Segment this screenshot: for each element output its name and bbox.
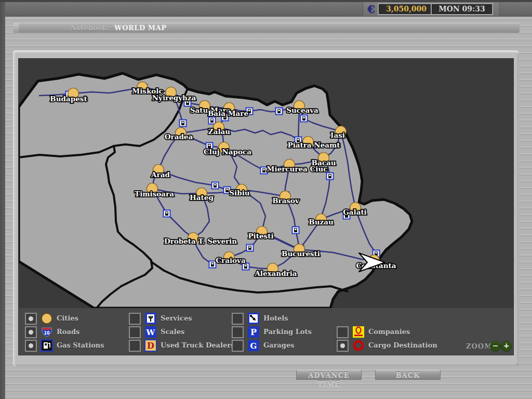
- city-label-buzau[interactable]: Buzau: [309, 218, 334, 226]
- legend-label-garages: Garages: [263, 341, 294, 349]
- gas-pump-icon: [41, 339, 53, 352]
- legend-label-roads: Roads: [57, 328, 79, 336]
- checkbox-dot: [29, 343, 33, 348]
- legend-label-companies: Companies: [368, 328, 410, 336]
- dealer-d-icon: D: [144, 339, 157, 352]
- legend-label-cargo-destination: Cargo Destination: [368, 341, 437, 349]
- legend-checkbox-garages[interactable]: [232, 340, 244, 352]
- city-label-nyiregyhza[interactable]: Nyiregyhza: [152, 94, 196, 102]
- map-gas-station-icon[interactable]: [292, 227, 299, 234]
- back-button[interactable]: BACK: [375, 370, 441, 380]
- map-gas-station-icon[interactable]: [327, 173, 334, 180]
- legend-checkbox-cargo-destination[interactable]: [337, 340, 349, 352]
- city-label-zalau[interactable]: Zalau: [208, 127, 230, 136]
- checkbox-dot: [29, 330, 33, 335]
- road-shield-icon: 10: [41, 326, 53, 338]
- svg-text:W: W: [146, 328, 156, 337]
- legend-label-used-truck-dealers: Used Truck Dealers: [161, 341, 234, 349]
- hud-money-time-tab: € 3,050,000 MON 09:33: [363, 2, 500, 16]
- city-label-arad[interactable]: Arad: [151, 170, 170, 179]
- checkbox-dot: [29, 316, 33, 321]
- city-label-brasov[interactable]: Brasov: [272, 196, 300, 205]
- city-label-pitesti[interactable]: Pitesti: [248, 232, 273, 240]
- city-label-iasi[interactable]: Iasi: [330, 131, 345, 139]
- legend-checkbox-used-truck-dealers[interactable]: [129, 340, 141, 352]
- zoom-in-button[interactable]: +: [501, 341, 512, 352]
- svg-text:P: P: [250, 327, 257, 337]
- city-label-miercurea-ciuc[interactable]: Miercurea Ciuc: [267, 165, 328, 173]
- city-label-hateg[interactable]: Hateg: [190, 193, 214, 202]
- parking-p-icon: P: [247, 326, 260, 338]
- top-status-bar: € 3,050,000 MON 09:33: [5, 2, 532, 17]
- window-left-edge: [0, 0, 5, 399]
- map-and-legend-panel: BudapestMiskolcNyiregyhzaSatu MareBaia M…: [18, 58, 514, 355]
- svg-text:D: D: [147, 341, 154, 351]
- cargo-ring-icon: [352, 339, 365, 352]
- city-label-budapest[interactable]: Budapest: [50, 95, 87, 103]
- legend-checkbox-hotels[interactable]: [232, 313, 244, 325]
- legend-label-scales: Scales: [161, 328, 184, 336]
- legend-checkbox-cities[interactable]: [25, 313, 37, 325]
- map-gas-station-icon[interactable]: [261, 167, 268, 174]
- city-label-cluj-napoca[interactable]: Cluj Napoca: [204, 148, 251, 156]
- svg-text:G: G: [250, 341, 257, 351]
- city-label-bucuresti[interactable]: Bucuresti: [282, 249, 320, 258]
- currency-euro-icon: €: [367, 3, 375, 16]
- garage-g-icon: G: [247, 339, 260, 352]
- map-gas-station-icon[interactable]: [209, 117, 216, 124]
- legend-label-services: Services: [161, 314, 192, 322]
- legend-checkbox-scales[interactable]: [129, 326, 141, 338]
- map-gas-station-icon[interactable]: [209, 261, 216, 268]
- notebook-label: Notebook:: [70, 24, 109, 32]
- notebook-header-bar: Notebook:WORLD MAP: [13, 23, 520, 33]
- map-gas-station-icon[interactable]: [247, 245, 254, 251]
- city-label-baia-mare[interactable]: Baia Mare: [208, 109, 248, 117]
- city-label-piatra-neamt[interactable]: Piatra Neamt: [287, 141, 340, 149]
- legend-checkbox-roads[interactable]: [25, 326, 37, 338]
- advance-time-button[interactable]: ADVANCE TIME: [296, 370, 362, 380]
- legend-label-cities: Cities: [57, 314, 78, 322]
- legend-label-parking-lots: Parking Lots: [263, 328, 312, 336]
- legend-checkbox-companies[interactable]: [337, 326, 349, 338]
- legend-checkbox-gas-stations[interactable]: [25, 340, 37, 352]
- game-time-display: MON 09:33: [431, 3, 493, 15]
- notebook-page-panel: BudapestMiskolcNyiregyhzaSatu MareBaia M…: [13, 50, 519, 366]
- city-icon: [41, 312, 53, 325]
- map-gas-station-icon[interactable]: [212, 182, 219, 189]
- money-display: 3,050,000: [378, 3, 432, 15]
- world-map-title: WORLD MAP: [114, 24, 166, 32]
- company-logo-icon: [352, 326, 365, 338]
- map-gas-station-icon[interactable]: [180, 120, 187, 127]
- svg-text:10: 10: [44, 331, 50, 336]
- city-label-craiova[interactable]: Craiova: [216, 256, 246, 264]
- city-label-oradea[interactable]: Oradea: [165, 132, 193, 141]
- city-label-drobeta-t-severin[interactable]: Drobeta T. Severin: [164, 237, 237, 245]
- city-label-suceava[interactable]: Suceava: [286, 106, 318, 114]
- page-title: Notebook:WORLD MAP: [70, 23, 167, 33]
- legend-label-gas-stations: Gas Stations: [57, 341, 104, 349]
- city-label-timisoara[interactable]: Timisoara: [135, 190, 174, 198]
- map-gas-station-icon[interactable]: [164, 210, 170, 217]
- hotel-arrow-icon: [247, 312, 260, 325]
- services-fork-icon: [144, 312, 157, 325]
- checkbox-dot: [340, 343, 345, 348]
- zoom-out-button[interactable]: −: [490, 341, 501, 352]
- legend-checkbox-parking-lots[interactable]: [232, 326, 244, 338]
- zoom-label: ZOOM: [466, 342, 493, 350]
- map-gas-station-icon[interactable]: [276, 108, 283, 115]
- city-label-alexandria[interactable]: Alexandria: [254, 269, 297, 277]
- header-bar-cap: [13, 23, 19, 33]
- legend-checkbox-services[interactable]: [129, 313, 141, 325]
- city-label-galati[interactable]: Galati: [343, 208, 367, 216]
- map-gas-station-icon[interactable]: [301, 115, 308, 122]
- world-map[interactable]: BudapestMiskolcNyiregyhzaSatu MareBaia M…: [19, 59, 513, 308]
- scales-w-icon: W: [144, 326, 157, 338]
- city-label-sibiu[interactable]: Sibiu: [229, 189, 249, 197]
- legend-label-hotels: Hotels: [263, 314, 288, 322]
